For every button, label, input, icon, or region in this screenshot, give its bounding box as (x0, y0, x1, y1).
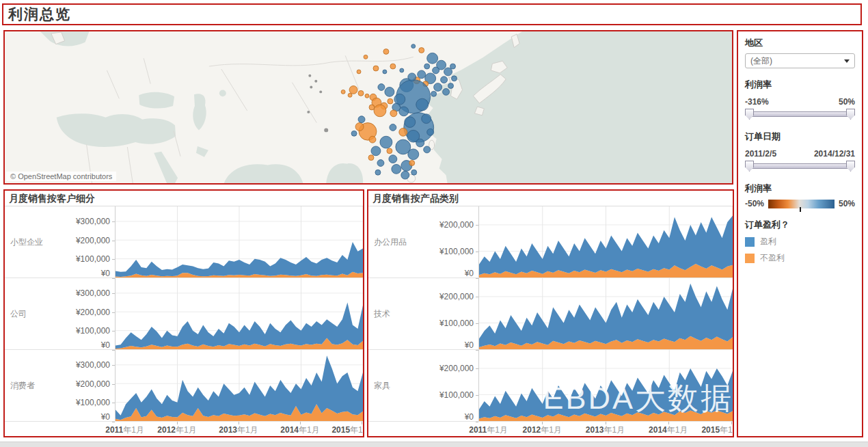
slider-track[interactable] (747, 163, 853, 169)
legend-item-loss[interactable]: 不盈利 (745, 252, 855, 264)
loss-bubble[interactable] (341, 90, 345, 94)
x-tick-label: 2015年1月 (331, 424, 364, 436)
y-tick-label: ¥0 (101, 269, 110, 278)
slider-handle-right[interactable] (846, 161, 855, 172)
profit-bubble[interactable] (400, 68, 404, 72)
profit-bubble[interactable] (424, 64, 430, 69)
profit-bubble[interactable] (392, 164, 401, 174)
y-tick-label: ¥0 (101, 412, 110, 422)
profit-bubble[interactable] (408, 149, 419, 160)
profit-bubble[interactable] (411, 170, 417, 175)
small-dot[interactable] (319, 90, 322, 93)
loss-bubble[interactable] (357, 70, 361, 74)
area-chart-plot[interactable] (479, 350, 733, 421)
world-map[interactable] (5, 31, 732, 183)
profit-bubble[interactable] (418, 70, 426, 79)
profit-bubble[interactable] (405, 117, 416, 128)
slider-handle-left[interactable] (745, 161, 754, 172)
loss-bubble[interactable] (387, 148, 392, 154)
profit-bubble[interactable] (431, 91, 437, 96)
profit-bubble[interactable] (383, 70, 387, 74)
loss-bubble[interactable] (383, 49, 389, 55)
map-panel[interactable]: © OpenStreetMap contributors (3, 30, 733, 185)
profit-bubble[interactable] (448, 83, 454, 89)
loss-bubble[interactable] (390, 110, 397, 117)
profit-bubble[interactable] (377, 160, 384, 167)
loss-bubble[interactable] (365, 94, 369, 98)
area-chart-plot[interactable] (116, 350, 363, 421)
small-dot[interactable] (310, 86, 312, 89)
profit-bubble[interactable] (427, 53, 438, 64)
legend-item-profit[interactable]: 盈利 (745, 236, 855, 247)
profit-bubble[interactable] (399, 107, 409, 116)
y-tick-label: ¥100,000 (76, 254, 110, 264)
y-tick-mark (476, 323, 478, 324)
small-dot[interactable] (324, 128, 328, 132)
loss-bubble[interactable] (399, 128, 407, 136)
y-tick-mark (112, 221, 115, 222)
profit-bubble[interactable] (443, 88, 450, 95)
loss-bubble[interactable] (369, 136, 376, 143)
loss-bubble[interactable] (358, 90, 364, 96)
loss-bubble[interactable] (409, 161, 415, 166)
profit-bubble[interactable] (452, 76, 457, 81)
profit-bubble[interactable] (416, 98, 429, 111)
y-tick-label: ¥0 (465, 269, 474, 278)
profit-bubble[interactable] (411, 44, 416, 49)
area-chart-plot[interactable] (116, 278, 363, 349)
profit-bubble[interactable] (408, 73, 416, 81)
profit-bubble[interactable] (358, 116, 365, 123)
profit-bubble[interactable] (433, 67, 439, 74)
profit-bubble[interactable] (424, 146, 431, 153)
small-dot[interactable] (308, 74, 311, 77)
chart-rows: 办公用品¥200,000¥100,000¥0技术¥200,000¥100,000… (368, 206, 733, 422)
profit-bubble[interactable] (422, 114, 431, 124)
profit-bubble[interactable] (427, 128, 434, 135)
loss-bubble[interactable] (369, 105, 375, 110)
profit-bubble[interactable] (389, 155, 397, 163)
profit-bubble[interactable] (378, 84, 385, 91)
profit-bubble[interactable] (441, 77, 448, 83)
loss-bubble[interactable] (373, 66, 379, 71)
profit-bubble[interactable] (351, 131, 357, 136)
loss-bubble[interactable] (348, 93, 352, 97)
profit-bubble[interactable] (380, 136, 392, 148)
slider-track[interactable] (747, 111, 853, 117)
slider-handle-left[interactable] (745, 109, 754, 120)
y-tick-mark (112, 384, 115, 385)
profit-bubble[interactable] (450, 64, 456, 69)
profit-rate-slider[interactable] (745, 109, 855, 120)
area-chart-plot[interactable] (479, 278, 733, 349)
loss-bubble[interactable] (355, 123, 364, 131)
profit-bubble[interactable] (401, 171, 409, 179)
small-dot[interactable] (307, 111, 310, 113)
slider-handle-right[interactable] (846, 109, 855, 120)
order-date-slider[interactable] (745, 161, 855, 172)
profit-bubble[interactable] (416, 139, 424, 147)
profit-bubble[interactable] (375, 170, 381, 175)
chart-row: 小型企业¥300,000¥200,000¥100,000¥0 (5, 206, 363, 278)
loss-bubble[interactable] (364, 55, 368, 59)
profit-bubble[interactable] (444, 68, 452, 76)
loss-bubble[interactable] (368, 155, 374, 161)
loss-bubble[interactable] (374, 105, 386, 117)
profit-bubble[interactable] (371, 146, 381, 156)
y-tick-mark (476, 422, 478, 422)
chart-panel-product-category: 月度销售按产品类别 办公用品¥200,000¥100,000¥0技术¥200,0… (367, 189, 734, 437)
loss-bubble[interactable] (390, 64, 396, 69)
area-chart-plot[interactable] (479, 206, 733, 277)
profit-bubble[interactable] (394, 94, 405, 105)
profit-bubble[interactable] (434, 83, 442, 92)
chart-row: 技术¥200,000¥100,000¥0 (368, 278, 733, 350)
loss-bubble[interactable] (349, 86, 357, 94)
profit-rate-legend-label: 利润率 (745, 182, 855, 195)
profit-bubble[interactable] (390, 124, 396, 131)
y-tick-label: ¥200,000 (439, 292, 474, 301)
loss-bubble[interactable] (419, 48, 424, 53)
loss-bubble[interactable] (388, 98, 393, 104)
profit-bubble[interactable] (385, 87, 394, 97)
region-dropdown[interactable]: (全部) (745, 53, 855, 68)
area-chart-plot[interactable] (116, 206, 363, 277)
small-dot[interactable] (314, 80, 317, 83)
chart-row: 消费者¥300,000¥200,000¥100,000¥0 (5, 350, 363, 422)
